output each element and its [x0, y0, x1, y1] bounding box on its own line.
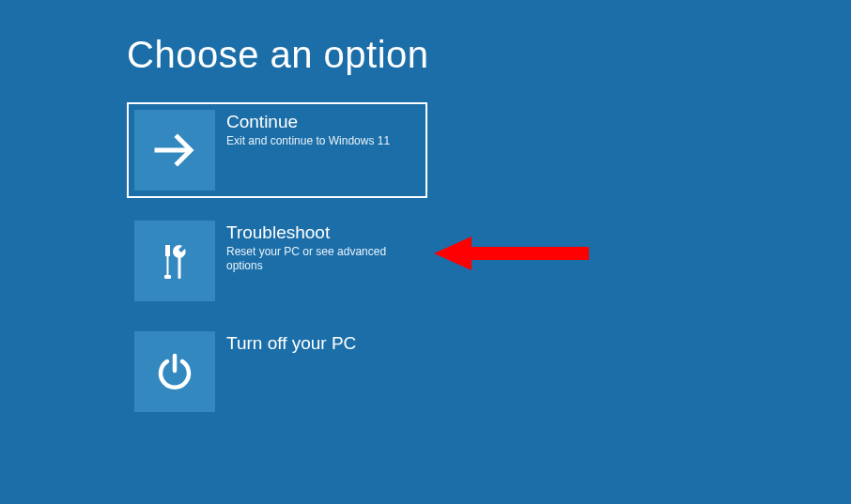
svg-rect-2	[167, 256, 169, 275]
option-texts: Turn off your PC	[215, 331, 420, 356]
option-texts: Continue Exit and continue to Windows 11	[215, 110, 420, 148]
option-title: Continue	[226, 112, 420, 132]
option-turn-off[interactable]: Turn off your PC	[127, 324, 427, 420]
recovery-screen: Choose an option Continue Exit and conti…	[0, 0, 851, 420]
continue-tile	[134, 110, 215, 191]
option-troubleshoot[interactable]: Troubleshoot Reset your PC or see advanc…	[127, 213, 427, 309]
svg-rect-1	[165, 245, 170, 256]
option-title: Troubleshoot	[226, 222, 420, 243]
tools-icon	[151, 237, 198, 284]
svg-rect-3	[164, 275, 171, 279]
options-list: Continue Exit and continue to Windows 11	[127, 102, 851, 420]
option-continue[interactable]: Continue Exit and continue to Windows 11	[127, 102, 427, 198]
arrow-right-icon	[149, 125, 200, 176]
option-desc: Exit and continue to Windows 11	[226, 134, 420, 148]
option-texts: Troubleshoot Reset your PC or see advanc…	[215, 221, 420, 273]
svg-rect-4	[178, 257, 181, 279]
page-title: Choose an option	[127, 34, 851, 76]
option-desc: Reset your PC or see advanced options	[226, 245, 420, 273]
option-title: Turn off your PC	[226, 333, 420, 354]
troubleshoot-tile	[134, 221, 215, 301]
turn-off-tile	[134, 331, 215, 412]
power-icon	[151, 348, 198, 395]
